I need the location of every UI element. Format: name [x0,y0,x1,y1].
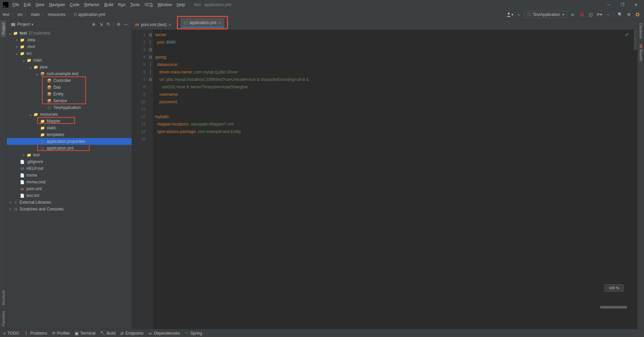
statusbar-build[interactable]: 🔨 Build [100,331,116,336]
window-maximize[interactable]: ❐ [616,0,629,9]
tree-row[interactable]: 📦Service [7,97,132,104]
expand-all-icon[interactable]: ⇲ [97,21,105,28]
tree-row[interactable]: mpom.xml [7,185,132,192]
breadcrumb-item[interactable]: resources [47,12,66,17]
breadcrumb-item[interactable]: main [30,12,40,17]
zoom-indicator[interactable]: 100 % [604,284,624,292]
horizontal-scrollbar[interactable] [600,306,627,309]
menu-refactor[interactable]: Refactor [82,1,102,8]
editor-tab[interactable]: m pom.xml (test) × [132,20,175,29]
select-opened-file-icon[interactable]: ⊕ [90,21,97,28]
menu-run[interactable]: Run [116,1,128,8]
menu-help[interactable]: Help [174,1,187,8]
app-icon [3,2,9,8]
collapse-all-icon[interactable]: ⇱ [105,21,112,28]
statusbar-terminal[interactable]: ▣ Terminal [75,331,95,336]
tree-row[interactable]: 📦Controller [7,77,132,84]
tree-row[interactable]: ›📁.mvn [7,43,132,50]
user-icon[interactable]: ▾ [506,11,513,18]
statusbar-todo[interactable]: ≡ TODO [3,331,19,336]
window-minimize[interactable]: ─ [602,0,616,9]
tree-row[interactable]: 📄mvnw [7,172,132,179]
menu-edit[interactable]: Edit [21,1,33,8]
tab-label: application.yml [189,20,216,25]
project-view-selector[interactable]: Project ▾ [9,21,36,27]
build-icon[interactable]: ↘ [515,11,522,18]
tree-row[interactable]: ⌄📁src [7,50,132,57]
spring-icon: ⬡ [527,12,531,17]
statusbar-spring[interactable]: ⬳ Spring [185,331,202,336]
tree-row[interactable]: 📁Mapper [7,118,132,125]
tree-row[interactable]: 📄test.iml [7,192,132,199]
menu-navigate[interactable]: Navigate [47,1,67,8]
debug-button[interactable]: 🐞 [578,11,585,18]
run-config-label: TestApplication [533,12,560,17]
sidetab-structure[interactable]: Structure [1,288,6,308]
tree-row[interactable]: ⌄📦com.example.test [7,70,132,77]
statusbar-profiler[interactable]: ⟳ Profiler [52,331,70,336]
navigation-bar: test〉 src〉 main〉 resources〉 ⬡ applicatio… [0,9,644,20]
inspection-ok-icon[interactable]: ✔ [625,32,629,37]
tree-row[interactable]: 📄.gitignore [7,158,132,165]
statusbar-endpoints[interactable]: ⇄ Endpoints [120,331,143,336]
tree-row[interactable]: ⌄📁resources [7,111,132,118]
menu-code[interactable]: Code [67,1,82,8]
search-icon[interactable]: 🔍 [616,11,624,18]
editor-area: m pom.xml (test) × ⬡ application.yml × 1… [132,20,637,329]
sidetab-database[interactable]: Database [638,20,644,42]
menu-file[interactable]: File [10,1,21,8]
svg-rect-1 [4,6,5,6]
sidetab-maven[interactable]: m Maven [638,42,644,64]
stop-button[interactable]: ■ [604,11,612,18]
close-tab-icon[interactable]: × [218,20,221,25]
vertical-scrollbar[interactable] [634,30,637,50]
menu-bar: File Edit View Navigate Code Refactor Bu… [0,0,644,9]
tree-row[interactable]: 📦Entity [7,91,132,97]
statusbar-dependencies[interactable]: ⫘ Dependencies [148,331,180,336]
editor-tabs: m pom.xml (test) × ⬡ application.yml × [132,20,637,30]
tree-row[interactable]: ⬡TestApplication [7,104,132,111]
editor-tab[interactable]: ⬡ application.yml × [181,18,224,27]
run-configuration-selector[interactable]: ⬡ TestApplication ▾ [524,11,567,18]
tree-row[interactable]: ⬡application.yml [7,145,132,152]
run-button[interactable]: ▶ [569,11,577,18]
window-close[interactable]: ✕ [629,0,643,9]
close-tab-icon[interactable]: × [169,22,171,27]
sidetab-favorites[interactable]: Favorites [1,308,6,329]
spring-icon: ⬡ [184,20,187,25]
tree-row[interactable]: 📁templates [7,131,132,138]
svg-rect-0 [3,2,8,7]
menu-tools[interactable]: Tools [128,1,142,8]
breadcrumb-item[interactable]: test [2,12,10,17]
tree-row[interactable]: ›⫴External Libraries [7,199,132,206]
statusbar-problems[interactable]: ❗ Problems [24,331,47,336]
tree-row[interactable]: 📁static [7,125,132,131]
menu-build[interactable]: Build [102,1,116,8]
tree-row[interactable]: ›📁test [7,152,132,158]
tree-row[interactable]: ›📁.idea [7,37,132,43]
code-editor[interactable]: server: port: 8080 spring: datasource: d… [153,30,637,329]
hide-tool-icon[interactable]: — [122,21,130,28]
sidetab-project[interactable]: Project [1,20,6,37]
fold-gutter[interactable]: ⊟│ ⊟⊟ ││ ⊟ [148,30,153,329]
profile-button[interactable]: ⟳▾ [596,11,603,18]
menu-vcs[interactable]: VCS [142,1,155,8]
tree-row[interactable]: ⌄📁java [7,64,132,70]
tree-row[interactable]: 📄mvnw.cmd [7,179,132,185]
breadcrumb-item[interactable]: ⬡ application.yml [73,12,106,17]
tree-row[interactable]: ⌄📁testD:\code\test [7,30,132,37]
tree-row[interactable]: MHELP.md [7,165,132,172]
project-tree[interactable]: ⌄📁testD:\code\test ›📁.idea ›📁.mvn ⌄📁src … [7,29,132,329]
tree-row[interactable]: ⬡application.properties [7,138,132,145]
jetbrains-icon[interactable] [634,11,641,18]
settings-icon[interactable]: ⚙ [625,11,632,18]
tree-row[interactable]: ›◳Scratches and Consoles [7,206,132,212]
tree-row[interactable]: ⌄📁main [7,57,132,64]
coverage-button[interactable]: ◱ [587,11,594,18]
tool-settings-icon[interactable]: ⚙ [115,21,122,28]
left-tool-strip: Project Structure Favorites [0,20,7,329]
breadcrumb-item[interactable]: src [17,12,23,17]
menu-window[interactable]: Window [155,1,175,8]
tree-row[interactable]: 📦Dao [7,84,132,91]
menu-view[interactable]: View [33,1,47,8]
